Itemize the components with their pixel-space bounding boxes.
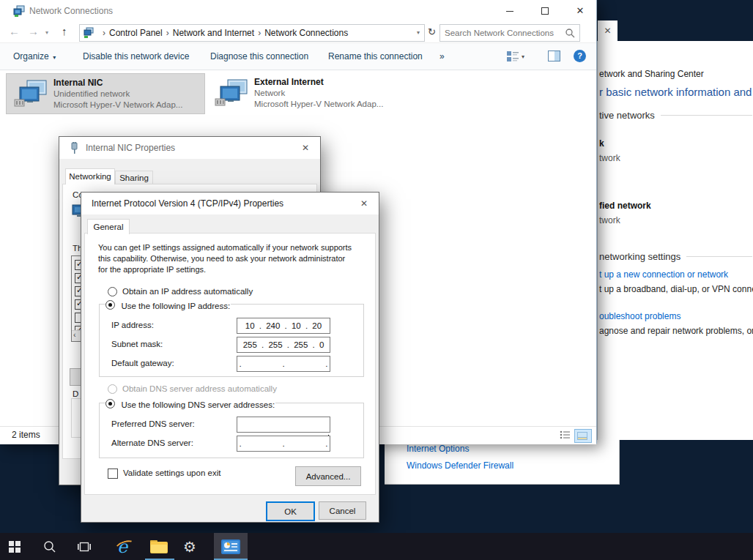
adapter-tile-external-internet[interactable]: External Internet Network Microsoft Hype… <box>207 73 405 113</box>
view-details-toggle[interactable] <box>557 429 573 441</box>
preferred-dns-field[interactable]: 127 . 0 . 0 . 1 <box>237 417 330 433</box>
nic-dialog-title-bar: Internal NIC Properties ✕ <box>59 137 320 159</box>
forward-icon[interactable]: → <box>28 25 39 37</box>
nsc-close-icon[interactable]: ✕ <box>604 26 611 36</box>
nic-dialog-close-icon[interactable]: ✕ <box>291 137 320 159</box>
command-toolbar: Organize ▾ Disable this network device D… <box>0 42 596 70</box>
link-windows-defender-firewall[interactable]: Windows Defender Firewall <box>407 460 513 471</box>
taskbar: e ⚙ <box>0 533 753 560</box>
ip-address-label: IP address: <box>111 321 154 329</box>
tab-sharing[interactable]: Sharing <box>115 171 153 184</box>
tab-general[interactable]: General <box>87 219 130 234</box>
breadcrumb-sep: › <box>99 28 109 38</box>
nsc-desc-troubleshoot: agnose and repair network problems, or g <box>599 326 753 336</box>
nsc-close-strip: ✕ <box>598 20 617 41</box>
breadcrumb-network-connections[interactable]: Network Connections <box>264 28 348 38</box>
radio-obtain-ip-label[interactable]: Obtain an IP address automatically <box>122 287 253 296</box>
subnet-mask-field[interactable]: 255 . 255 . 255 . 0 <box>237 337 330 353</box>
subnet-mask-label: Subnet mask: <box>111 340 163 348</box>
refresh-icon[interactable]: ↻ <box>428 26 436 37</box>
use-dns-groupbox: Use the following DNS server addresses: … <box>99 403 364 458</box>
validate-settings-checkbox[interactable] <box>108 468 118 479</box>
description-label: D <box>73 389 78 398</box>
nsc-section-active-networks: tive networks <box>599 110 752 121</box>
search-input[interactable] <box>443 26 560 40</box>
address-box[interactable]: ›Control Panel›Network and Internet›Netw… <box>79 24 425 42</box>
disable-device-button[interactable]: Disable this network device <box>83 51 189 61</box>
minimize-button[interactable] <box>497 0 522 22</box>
scroll-left-icon[interactable]: ‹ <box>73 330 76 339</box>
radio-obtain-ip[interactable] <box>108 287 117 296</box>
folder-icon <box>150 540 168 553</box>
ipv4-properties-dialog: Internet Protocol Version 4 (TCP/IPv4) P… <box>81 192 379 523</box>
link-internet-options[interactable]: Internet Options <box>407 444 469 454</box>
radio-use-dns[interactable] <box>105 399 115 408</box>
radio-use-ip[interactable] <box>105 300 115 310</box>
file-explorer-button[interactable] <box>148 533 170 560</box>
validate-settings-label[interactable]: Validate settings upon exit <box>123 468 220 477</box>
breadcrumb-control-panel[interactable]: Control Panel <box>109 28 163 38</box>
nsc-link-troubleshoot[interactable]: oubleshoot problems <box>599 311 680 321</box>
nsc-link-new-connection[interactable]: t up a new connection or network <box>599 269 728 280</box>
nsc-right-pane: etwork and Sharing Center r basic networ… <box>597 41 753 440</box>
nic-plug-icon <box>69 142 80 154</box>
nsc-network2-type: twork <box>599 215 620 225</box>
view-tiles-icon[interactable] <box>507 51 519 61</box>
search-box <box>439 24 580 42</box>
nsc-heading: r basic network information and <box>599 86 752 98</box>
taskbar-search-button[interactable] <box>40 533 60 560</box>
view-thumbnails-toggle[interactable] <box>574 429 592 443</box>
search-icon[interactable] <box>565 28 575 38</box>
items-count: 2 items <box>12 430 40 440</box>
windows-logo-icon <box>9 541 21 553</box>
breadcrumb-network-and-internet[interactable]: Network and Internet <box>173 28 254 38</box>
ipv4-dialog-close-icon[interactable]: ✕ <box>349 193 379 214</box>
organize-button[interactable]: Organize ▾ <box>13 51 56 61</box>
alternate-dns-field[interactable]: . . . <box>237 436 330 452</box>
ipv4-intro-line1: You can get IP settings assigned automat… <box>98 243 352 252</box>
nic-dialog-title: Internal NIC Properties <box>86 143 175 153</box>
task-view-icon <box>78 541 91 553</box>
address-location-icon <box>84 27 94 38</box>
window-title: Network Connections <box>29 6 113 16</box>
breadcrumb-sep: › <box>163 28 173 38</box>
help-icon[interactable]: ? <box>574 50 586 62</box>
settings-button[interactable]: ⚙ <box>179 533 200 560</box>
start-button[interactable] <box>4 533 25 560</box>
nsc-network2-name: fied network <box>599 201 651 211</box>
task-view-button[interactable] <box>74 533 94 560</box>
rename-connection-button[interactable]: Rename this connection <box>328 51 423 61</box>
network-connections-app-icon <box>13 5 25 17</box>
preview-pane-icon[interactable] <box>548 51 560 61</box>
breadcrumb-sep: › <box>254 28 264 38</box>
use-ip-groupbox: Use the following IP address: IP address… <box>99 304 364 377</box>
internet-explorer-button[interactable]: e <box>111 533 133 560</box>
radio-use-dns-label[interactable]: Use the following DNS server addresses: <box>121 400 275 409</box>
maximize-button[interactable] <box>533 0 557 22</box>
adapter-tile-internal-nic[interactable]: Internal NIC Unidentified network Micros… <box>6 73 205 114</box>
address-dropdown-chevron-icon[interactable]: ▾ <box>417 29 420 36</box>
ipv4-intro-line3: for the appropriate IP settings. <box>98 265 206 274</box>
advanced-button[interactable]: Advanced... <box>295 466 361 486</box>
close-button[interactable]: ✕ <box>568 0 593 22</box>
nsc-network1-name: k <box>599 138 604 149</box>
cancel-button[interactable]: Cancel <box>319 501 366 520</box>
ok-button[interactable]: OK <box>266 501 315 521</box>
recent-pages-chevron-icon[interactable]: ▾ <box>45 29 48 36</box>
tab-networking[interactable]: Networking <box>65 168 115 184</box>
network-adapter-icon <box>215 78 248 108</box>
control-panel-active-task[interactable] <box>214 533 248 560</box>
toolbar-overflow-button[interactable]: » <box>439 51 445 61</box>
ipv4-dialog-title: Internet Protocol Version 4 (TCP/IPv4) P… <box>92 198 283 209</box>
network-adapter-icon <box>14 79 48 108</box>
ip-address-field[interactable]: 10 . 240 . 10 . 20 <box>237 318 330 334</box>
back-icon[interactable]: ← <box>9 25 20 37</box>
up-icon[interactable]: ↑ <box>62 25 67 37</box>
radio-use-ip-label[interactable]: Use the following IP address: <box>121 302 230 310</box>
view-tiles-chevron-icon[interactable]: ▾ <box>522 53 524 60</box>
internet-explorer-icon: e <box>117 538 127 556</box>
title-bar: Network Connections ✕ <box>0 0 596 22</box>
diagnose-connection-button[interactable]: Diagnose this connection <box>210 51 308 61</box>
nsc-desc-new-connection: t up a broadband, dial-up, or VPN conne <box>599 284 753 294</box>
default-gateway-field[interactable]: . . . <box>237 356 330 372</box>
